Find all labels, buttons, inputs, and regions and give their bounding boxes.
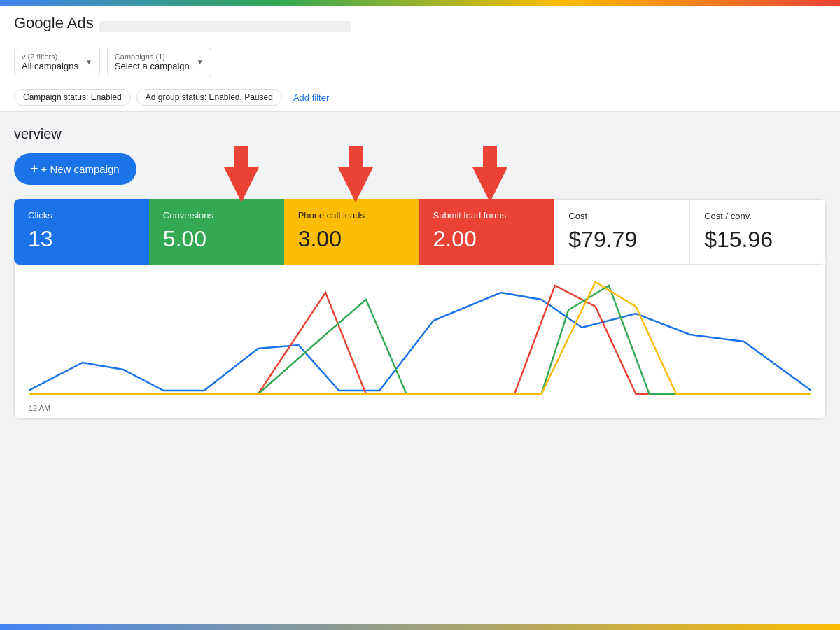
- stat-card-cost: Cost $79.79: [554, 199, 690, 265]
- stat-card-cost-per-conv: Cost / conv. $15.96: [690, 199, 826, 265]
- conversions-arrow: [220, 146, 262, 205]
- main-content: verview + + New campaign: [0, 112, 840, 419]
- campaign-label: Campaigns (1): [115, 52, 190, 61]
- chip-campaign-status-label: Campaign status: Enabled: [23, 92, 122, 102]
- view-dropdown[interactable]: v (2 filters) All campaigns ▼: [14, 48, 100, 76]
- campaign-dropdown[interactable]: Campaigns (1) Select a campaign ▼: [107, 48, 211, 76]
- chip-adgroup-status-label: Ad group status: Enabled, Paused: [146, 92, 273, 102]
- submit-forms-arrow: [469, 146, 511, 205]
- filter-chips-row: Campaign status: Enabled Ad group status…: [14, 83, 826, 111]
- cards-and-chart: Clicks 13 Conversions 5.00 Phone call le…: [14, 199, 826, 419]
- phone-call-arrow: [335, 146, 377, 205]
- stat-card-phone-call-leads: Phone call leads 3.00: [284, 199, 419, 265]
- top-gradient-bar: [0, 0, 840, 6]
- performance-chart: [29, 279, 811, 405]
- add-filter-button[interactable]: Add filter: [288, 90, 335, 106]
- view-label: v (2 filters): [22, 52, 78, 61]
- blurred-search: [99, 21, 351, 32]
- clicks-value: 13: [28, 226, 135, 252]
- campaign-dropdown-arrow: ▼: [197, 58, 204, 66]
- chip-campaign-status[interactable]: Campaign status: Enabled: [14, 89, 131, 106]
- new-campaign-label: + New campaign: [41, 163, 120, 175]
- phone-call-leads-label: Phone call leads: [298, 210, 405, 220]
- phone-call-leads-value: 3.00: [298, 226, 405, 252]
- section-title: verview: [14, 126, 826, 142]
- app-title: Google Ads: [14, 14, 94, 32]
- svg-marker-0: [224, 146, 259, 202]
- submit-lead-forms-value: 2.00: [433, 226, 540, 252]
- chip-adgroup-status[interactable]: Ad group status: Enabled, Paused: [136, 89, 282, 106]
- stat-card-submit-lead-forms: Submit lead forms 2.00: [419, 199, 554, 265]
- header: Google Ads v (2 filters) All campaigns ▼…: [0, 6, 840, 112]
- new-campaign-button[interactable]: + + New campaign: [14, 153, 136, 185]
- stat-cards-row: Clicks 13 Conversions 5.00 Phone call le…: [14, 199, 826, 265]
- svg-marker-2: [472, 146, 507, 202]
- plus-icon: +: [31, 162, 38, 176]
- chart-time-label: 12 AM: [29, 404, 50, 412]
- bottom-gradient-bar: [0, 624, 840, 630]
- view-dropdown-arrow: ▼: [85, 58, 92, 66]
- conversions-label: Conversions: [163, 210, 270, 220]
- clicks-label: Clicks: [28, 210, 135, 220]
- stat-card-conversions: Conversions 5.00: [149, 199, 284, 265]
- view-value: All campaigns: [22, 61, 78, 71]
- campaign-value: Select a campaign: [115, 61, 190, 71]
- conversions-value: 5.00: [163, 226, 270, 252]
- svg-marker-1: [338, 146, 373, 202]
- cost-per-conv-label: Cost / conv.: [704, 211, 811, 221]
- filter-row: v (2 filters) All campaigns ▼ Campaigns …: [14, 48, 826, 76]
- submit-lead-forms-label: Submit lead forms: [433, 210, 540, 220]
- cost-label: Cost: [568, 211, 676, 221]
- chart-area: 12 AM: [14, 265, 826, 419]
- cost-per-conv-value: $15.96: [704, 227, 811, 253]
- stat-card-clicks: Clicks 13: [14, 199, 149, 265]
- cost-value: $79.79: [568, 227, 676, 253]
